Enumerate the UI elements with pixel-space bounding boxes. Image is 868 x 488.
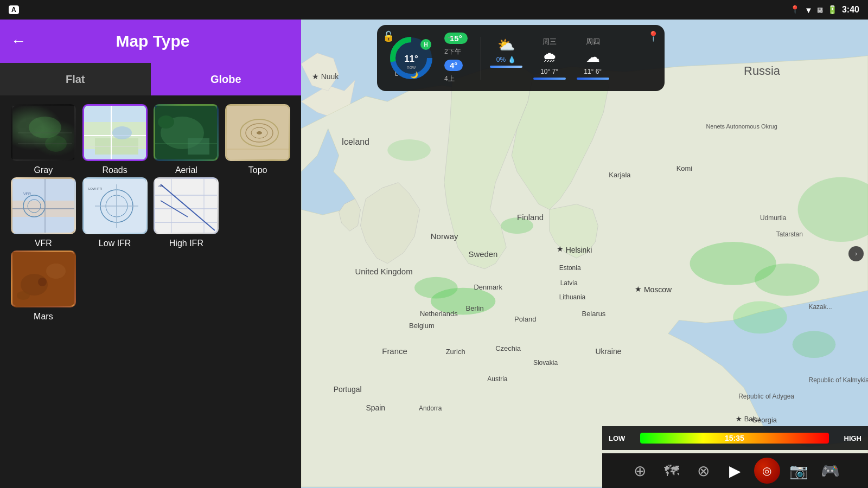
svg-point-60 xyxy=(793,331,836,358)
gamepad-icon[interactable]: 🎮 xyxy=(818,458,844,484)
map-label-high-ifr: High IFR xyxy=(169,239,203,248)
map-type-gray[interactable]: Gray xyxy=(9,104,78,175)
map-thumb-vfr: VFR xyxy=(11,177,76,234)
camera-icon[interactable]: 📷 xyxy=(786,458,812,484)
mars-map-svg xyxy=(12,252,74,306)
label-norway: Norway xyxy=(431,232,458,241)
high-ifr-map-svg: J10 xyxy=(155,179,217,233)
svg-point-11 xyxy=(112,126,132,139)
map-label-low-ifr: Low IFR xyxy=(99,239,131,248)
map-type-topo[interactable]: Topo xyxy=(223,104,292,175)
label-russia: Russia xyxy=(744,64,781,78)
label-sweden: Sweden xyxy=(469,249,498,259)
forecast-today: ⛅ 0% 💧 xyxy=(490,37,522,80)
weather-widget: 🔓 -- 📍 H L 🌙 11° now xyxy=(377,25,665,91)
map-thumb-gray xyxy=(11,104,76,161)
today-bar xyxy=(490,66,522,68)
play-icon[interactable]: ▶ xyxy=(722,458,748,484)
thu-label: 周四 xyxy=(586,37,600,47)
wed-cloud-icon: 🌧 xyxy=(542,49,557,66)
battery-icon: 🔋 xyxy=(827,5,838,15)
h-label: H xyxy=(424,42,427,48)
status-app-icon: A xyxy=(9,5,19,14)
left-panel: ← Map Type Flat Globe Gray xyxy=(0,20,301,488)
map-label-roads: Roads xyxy=(103,165,127,175)
svg-rect-15 xyxy=(188,138,209,155)
map-type-high-ifr[interactable]: J10 High IFR xyxy=(152,177,221,248)
label-andorra: Andorra xyxy=(419,404,442,412)
svg-point-50 xyxy=(17,291,30,300)
label-berlin: Berlin xyxy=(466,304,484,312)
label-denmark: Denmark xyxy=(474,283,502,291)
svg-point-49 xyxy=(38,278,47,286)
globe-icon[interactable]: ◎ xyxy=(754,458,780,484)
toggle-row: Flat Globe xyxy=(0,63,301,95)
today-rain: 0% 💧 xyxy=(496,56,516,63)
map-type-mars[interactable]: Mars xyxy=(9,251,78,322)
roads-map-svg xyxy=(84,106,146,159)
clock: 3:40 xyxy=(842,5,859,15)
label-poland: Poland xyxy=(514,315,536,323)
l-label: L xyxy=(395,71,398,77)
vfr-map-svg: VFR xyxy=(12,179,74,233)
map-type-aerial[interactable]: Aerial xyxy=(152,104,221,175)
label-estonia: Estonia xyxy=(559,264,581,272)
label-austria: Austria xyxy=(487,375,508,383)
label-latvia: Latvia xyxy=(560,279,578,287)
map-type-vfr[interactable]: VFR VFR xyxy=(9,177,78,248)
map-thumb-high-ifr: J10 xyxy=(154,177,219,234)
label-kazakh: Kazak... xyxy=(809,304,832,311)
map-type-roads[interactable]: Roads xyxy=(80,104,150,175)
label-slovakia: Slovakia xyxy=(533,359,558,367)
label-zurich: Zurich xyxy=(446,348,465,356)
label-nenetsa2: Nenets Autonomous Okrug xyxy=(706,123,777,130)
star-helsinki: ★ xyxy=(557,245,564,253)
bottom-bar: ⊕ 🗺 ⊗ ▶ ◎ 📷 🎮 xyxy=(602,453,868,488)
status-bar: A 📍 ▼ ▩ 🔋 3:40 xyxy=(0,0,868,20)
status-right: 📍 ▼ ▩ 🔋 3:40 xyxy=(790,5,859,15)
signal-icon: ▩ xyxy=(817,6,823,14)
location-icon: 📍 xyxy=(790,5,800,15)
label-tatarstan: Tatarstan xyxy=(776,230,803,238)
label-czechia: Czechia xyxy=(495,344,521,352)
low-temp-label: 4上 xyxy=(444,74,455,84)
map-type-low-ifr[interactable]: LOW IFR Low IFR xyxy=(80,177,150,248)
aerial-map-svg xyxy=(155,106,217,159)
map-thumb-topo xyxy=(225,104,290,161)
legend-time: 15:35 xyxy=(725,434,744,442)
map-icon[interactable]: 🗺 xyxy=(659,458,685,484)
label-spain: Spain xyxy=(366,403,385,412)
flat-toggle[interactable]: Flat xyxy=(0,63,151,95)
label-belarus: Belarus xyxy=(582,310,606,318)
legend-high: HIGH xyxy=(838,434,869,442)
panel-header: ← Map Type xyxy=(0,20,301,63)
svg-point-59 xyxy=(733,301,787,334)
back-button[interactable]: ← xyxy=(11,33,26,50)
svg-point-48 xyxy=(46,264,66,279)
label-komi: Komi xyxy=(676,164,692,172)
label-finland: Finland xyxy=(517,213,544,222)
star-moscow: ★ xyxy=(635,285,642,293)
scroll-button[interactable]: › xyxy=(848,246,864,261)
thu-cloud-icon: ☁ xyxy=(586,49,600,66)
map-thumb-aerial xyxy=(154,104,219,161)
status-left: A xyxy=(9,5,19,14)
forecast-wednesday: 周三 🌧 10° 7° xyxy=(533,37,566,80)
dial-svg: H L 🌙 11° now xyxy=(387,34,436,82)
thu-bar xyxy=(577,78,609,80)
legend-gradient: 15:35 xyxy=(640,433,828,444)
svg-text:VFR: VFR xyxy=(23,192,31,196)
label-udmurtia: Udmurtia xyxy=(760,214,787,222)
star-baku: ★ Baku xyxy=(736,415,760,423)
panel-title: Map Type xyxy=(37,32,269,50)
svg-point-2 xyxy=(45,136,67,152)
target-icon[interactable]: ⊕ xyxy=(627,458,653,484)
wed-bar xyxy=(533,78,566,80)
svg-point-21 xyxy=(257,131,262,134)
label-kalmykia: Republic of Kalmykia xyxy=(809,376,868,384)
label-uk: United Kingdom xyxy=(355,267,413,276)
globe-toggle[interactable]: Globe xyxy=(151,63,302,95)
today-cloud-icon: ⛅ xyxy=(497,37,515,54)
layers-icon[interactable]: ⊗ xyxy=(690,458,716,484)
svg-text:J10: J10 xyxy=(158,184,163,188)
